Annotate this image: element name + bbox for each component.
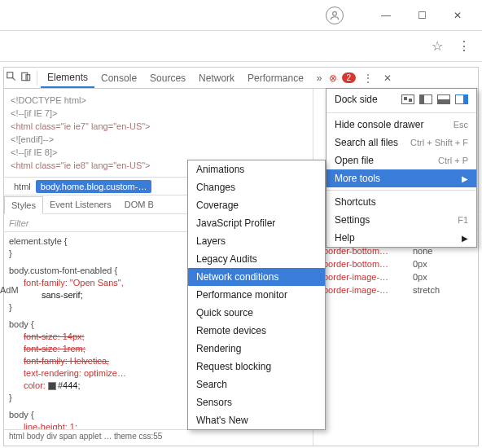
devtools-main-menu: Dock side Hide console drawerEsc Search …: [326, 88, 477, 248]
submenu-changes[interactable]: Changes: [188, 178, 325, 196]
submenu-request-blocking[interactable]: Request blocking: [188, 358, 325, 376]
submenu-legacy-audits[interactable]: Legacy Audits: [188, 250, 325, 268]
error-count[interactable]: 2: [342, 72, 357, 83]
tab-dom-breakpoints[interactable]: DOM B: [118, 195, 160, 213]
error-icon[interactable]: ⊗: [329, 72, 337, 84]
star-icon[interactable]: ☆: [432, 38, 443, 54]
ad-label: AdM: [0, 285, 19, 295]
submenu-layers[interactable]: Layers: [188, 232, 325, 250]
menu-hide-drawer[interactable]: Hide console drawerEsc: [326, 116, 476, 134]
device-toggle-icon[interactable]: [19, 71, 33, 85]
tab-sources[interactable]: Sources: [143, 68, 192, 88]
dock-left-icon[interactable]: [419, 94, 432, 104]
menu-help[interactable]: Help▶: [326, 229, 476, 247]
devtools-menu-icon[interactable]: ⋮: [361, 72, 375, 84]
submenu-quick-source[interactable]: Quick source: [188, 304, 325, 322]
menu-more-tools[interactable]: More tools▶: [326, 169, 476, 187]
svg-rect-3: [26, 75, 30, 81]
address-bar: ☆ ⋮: [0, 31, 482, 62]
window-titlebar: — ☐ ✕: [0, 0, 482, 31]
submenu-rendering[interactable]: Rendering: [188, 340, 325, 358]
tabs-overflow[interactable]: »: [310, 68, 329, 88]
submenu-perf-monitor[interactable]: Performance monitor: [188, 286, 325, 304]
submenu-remote-devices[interactable]: Remote devices: [188, 322, 325, 340]
close-button[interactable]: ✕: [440, 3, 475, 28]
menu-open-file[interactable]: Open fileCtrl + P: [326, 152, 476, 169]
menu-icon[interactable]: ⋮: [458, 38, 471, 54]
menu-shortcuts[interactable]: Shortcuts: [326, 193, 476, 211]
devtools-toolbar: Elements Console Sources Network Perform…: [4, 68, 478, 89]
minimize-button[interactable]: —: [368, 3, 404, 28]
tab-performance[interactable]: Performance: [241, 68, 310, 88]
submenu-whats-new[interactable]: What's New: [188, 411, 325, 429]
maximize-button[interactable]: ☐: [404, 3, 440, 28]
css-path: html body div span applet … theme css:55: [4, 429, 313, 446]
profile-avatar-icon[interactable]: [326, 7, 344, 24]
tab-styles[interactable]: Styles: [4, 196, 43, 214]
submenu-network-conditions[interactable]: Network conditions: [188, 268, 325, 286]
more-tools-submenu: Animations Changes Coverage JavaScript P…: [187, 160, 326, 430]
svg-point-0: [333, 11, 337, 15]
tab-elements[interactable]: Elements: [41, 68, 94, 88]
dock-side-row: Dock side: [326, 89, 476, 110]
submenu-sensors[interactable]: Sensors: [188, 393, 325, 411]
dock-bottom-icon[interactable]: [437, 94, 450, 104]
tab-console[interactable]: Console: [94, 68, 143, 88]
menu-search-all[interactable]: Search all filesCtrl + Shift + F: [326, 134, 476, 152]
inspect-icon[interactable]: [4, 71, 19, 85]
submenu-coverage[interactable]: Coverage: [188, 196, 325, 214]
submenu-search[interactable]: Search: [188, 376, 325, 393]
dock-undock-icon[interactable]: [401, 94, 414, 104]
svg-rect-2: [22, 72, 28, 80]
tab-event-listeners[interactable]: Event Listeners: [43, 195, 118, 213]
dock-right-icon[interactable]: [455, 94, 468, 104]
submenu-animations[interactable]: Animations: [188, 160, 325, 178]
submenu-js-profiler[interactable]: JavaScript Profiler: [188, 214, 325, 232]
devtools-close-icon[interactable]: ✕: [380, 72, 395, 84]
menu-settings[interactable]: SettingsF1: [326, 211, 476, 229]
tab-network[interactable]: Network: [192, 68, 241, 88]
